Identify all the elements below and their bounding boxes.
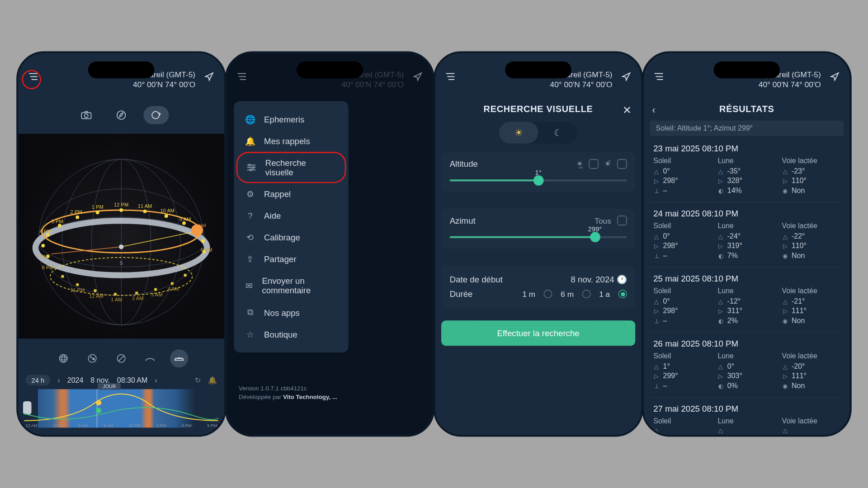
location-arrow-icon[interactable] [620, 70, 633, 83]
svg-point-61 [93, 358, 94, 360]
view-empty-icon[interactable] [112, 349, 130, 367]
range-pill[interactable]: 24 h [25, 375, 50, 385]
tous-check[interactable] [617, 216, 627, 225]
result-date: 25 mai 2025 08:10 PM [653, 273, 840, 283]
gear-icon: ⚙ [245, 189, 255, 199]
view-dome-icon[interactable] [170, 349, 188, 367]
slider-thumb[interactable] [590, 232, 600, 242]
svg-point-20 [165, 214, 168, 218]
next-arrow-icon[interactable]: › [155, 376, 157, 385]
location-arrow-icon[interactable] [203, 70, 216, 83]
share-icon: ⇧ [245, 254, 255, 264]
menu-calibrage[interactable]: ⟲Calibrage [234, 226, 348, 248]
moon-toggle[interactable]: ☾ [538, 122, 578, 143]
svg-text:6 AM: 6 AM [201, 247, 212, 253]
svg-point-21 [182, 221, 186, 225]
version-info: Version 1.0.7.1 cbb4121c Développée par … [239, 385, 337, 401]
location-arrow-icon[interactable] [828, 70, 841, 83]
menu-icon[interactable] [235, 70, 248, 83]
result-item[interactable]: 27 mai 2025 08:10 PM Soleil △ ▷ ⊥ Lune △… [650, 398, 844, 435]
start-date-label: Date de début [450, 275, 503, 284]
phone-screen-1: Position de l'appareil (GMT-5) 40° 00'N … [16, 51, 226, 436]
menu-nos-apps[interactable]: ⧉Nos apps [234, 301, 348, 324]
svg-text:11 PM: 11 PM [70, 287, 85, 293]
svg-point-22 [75, 216, 79, 219]
azimut-block: Azimut Tous 299° [441, 208, 635, 249]
sphere-mode-button[interactable] [143, 106, 169, 124]
apps-icon: ⧉ [245, 307, 255, 318]
year-label[interactable]: 2024 [67, 376, 84, 385]
globe-icon: 🌐 [245, 114, 255, 124]
prev-arrow-icon[interactable]: ‹ [57, 376, 60, 385]
sun-toggle[interactable]: ☀ [499, 122, 538, 143]
history-icon[interactable]: ↻ [195, 376, 201, 385]
svg-text:9 AM: 9 AM [179, 216, 191, 222]
compass-mode-button[interactable] [108, 106, 134, 124]
close-button[interactable]: ✕ [623, 103, 632, 117]
svg-point-15 [119, 244, 123, 249]
sunrise-check[interactable] [589, 159, 599, 169]
bell-icon[interactable]: 🔔 [208, 376, 217, 385]
svg-text:1 PM: 1 PM [92, 204, 104, 210]
menu-rappel[interactable]: ⚙Rappel [234, 183, 348, 205]
notch [297, 61, 363, 78]
svg-text:Soleil: Soleil [195, 223, 206, 228]
menu-commentaire[interactable]: ✉Envoyer un commentaire [234, 270, 348, 301]
result-item[interactable]: 24 mai 2025 08:10 PM Soleil △0° ▷298° ⊥–… [650, 202, 844, 267]
results-list[interactable]: 23 mai 2025 08:10 PM Soleil △0° ▷298° ⊥–… [650, 137, 844, 435]
altitude-label: Altitude [450, 159, 478, 169]
location-arrow-icon[interactable] [411, 70, 424, 83]
svg-text:3 PM: 3 PM [52, 219, 63, 224]
phone-screen-4: Position de l'appareil (GMT-5)40° 00'N 7… [642, 51, 852, 436]
view-horizon-icon[interactable] [141, 349, 159, 367]
menu-partager[interactable]: ⇧Partager [234, 248, 348, 270]
menu-ephemeris[interactable]: 🌐Ephemeris [234, 108, 348, 130]
svg-point-32 [135, 291, 138, 295]
result-date: 24 mai 2025 08:10 PM [653, 208, 840, 218]
start-date-value[interactable]: 8 nov. 2024 🕐 [571, 275, 627, 284]
celestial-sphere[interactable]: 12 PM1 PM11 AM10 AM9 AMSoleil2 PM3 PM4 P… [18, 134, 224, 338]
slider-thumb[interactable] [533, 175, 544, 186]
phone-screen-3: Position de l'appareil (GMT-5)40° 00'N 7… [434, 51, 643, 436]
menu-rappels[interactable]: 🔔Mes rappels [234, 130, 348, 152]
svg-point-1 [85, 114, 88, 117]
view-texture-icon[interactable] [83, 349, 101, 367]
result-item[interactable]: 25 mai 2025 08:10 PM Soleil △0° ▷298° ⊥–… [650, 267, 844, 333]
menu-icon[interactable] [652, 70, 665, 83]
result-item[interactable]: 26 mai 2025 08:10 PM Soleil △1° ▷299° ⊥–… [650, 333, 844, 398]
svg-text:2 AM: 2 AM [132, 296, 143, 301]
svg-text:S: S [120, 261, 123, 266]
sunset-check[interactable] [617, 159, 627, 169]
result-item[interactable]: 23 mai 2025 08:10 PM Soleil △0° ▷298° ⊥–… [650, 137, 844, 202]
svg-point-17 [119, 208, 123, 212]
duration-1m-radio[interactable] [544, 290, 552, 298]
svg-text:4 AM: 4 AM [168, 286, 179, 291]
sliders-icon [246, 163, 257, 172]
svg-point-57 [60, 357, 67, 360]
menu-icon[interactable] [443, 70, 457, 83]
mail-icon: ✉ [245, 281, 253, 290]
sunrise-icon: ☀̲ [576, 160, 583, 168]
camera-mode-button[interactable] [74, 106, 99, 124]
search-button[interactable]: Effectuer la recherche [441, 320, 635, 346]
svg-point-56 [60, 355, 67, 362]
view-globe-icon[interactable] [54, 349, 72, 367]
notch [88, 61, 155, 78]
results-title: RÉSULTATS [644, 103, 850, 114]
duration-1a-radio[interactable] [618, 290, 627, 298]
side-menu: 🌐Ephemeris 🔔Mes rappels Recherche visuel… [234, 101, 348, 352]
altitude-slider[interactable]: 1° [450, 179, 627, 181]
location-coords: 40° 00'N 74° 00'O [457, 80, 613, 89]
menu-aide[interactable]: ?Aide [234, 205, 348, 226]
menu-recherche-visuelle[interactable]: Recherche visuelle [236, 152, 346, 183]
location-coords: 40° 00'N 74° 00'O [665, 80, 821, 89]
timeline-chart[interactable]: JOUR 12 AM3 AM6 AM9 AM12 PM3 PM6 PM9 PM [24, 389, 218, 427]
menu-boutique[interactable]: ☆Boutique [234, 324, 348, 345]
time-label[interactable]: 08:30 AM [117, 376, 148, 385]
svg-point-59 [89, 355, 96, 362]
svg-text:12 AM: 12 AM [89, 293, 104, 299]
duration-6m-radio[interactable] [582, 290, 591, 298]
location-coords: 40° 00'N 74° 00'O [248, 80, 404, 89]
azimut-slider[interactable]: 299° [450, 236, 627, 238]
svg-text:12 PM: 12 PM [114, 202, 128, 207]
